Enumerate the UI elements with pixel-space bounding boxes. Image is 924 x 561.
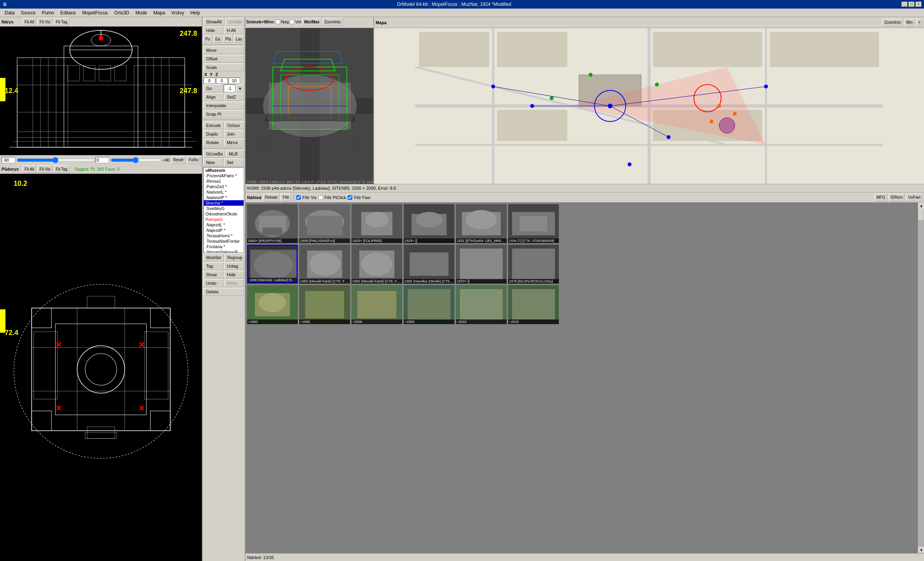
setz-button[interactable]: SetZ bbox=[224, 93, 244, 101]
align-button[interactable]: Align bbox=[203, 93, 223, 101]
close-button[interactable]: × bbox=[915, 2, 922, 7]
z-input[interactable] bbox=[228, 78, 240, 84]
photo-viewer[interactable]: fH399 • 259.8 x 655.2 V: 394.7 Oi: 116.8… bbox=[246, 28, 374, 184]
layer-item-5[interactable]: .NadvoriP * bbox=[204, 195, 244, 200]
grlineba-button[interactable]: GrLineBa bbox=[203, 150, 225, 158]
layer-item-13[interactable]: .TerasaNadFontar bbox=[204, 238, 244, 244]
scrollbar-thumb[interactable] bbox=[919, 209, 924, 221]
filtr-vis-checkbox[interactable] bbox=[296, 195, 301, 200]
mapa-mm[interactable]: Mm bbox=[904, 19, 915, 26]
menu-help[interactable]: Help bbox=[187, 9, 203, 16]
pudorys-fit-tag[interactable]: Fit Tag bbox=[54, 165, 69, 173]
pudorys-canvas[interactable]: 10.2 72.4 bbox=[0, 174, 202, 561]
join-button[interactable]: Join bbox=[224, 130, 244, 138]
snappt-button[interactable]: Snap Pt bbox=[203, 110, 244, 118]
thumbnail-14[interactable]: ~2000 bbox=[352, 285, 402, 324]
menu-mode[interactable]: Mode bbox=[133, 9, 150, 16]
regroup-button[interactable]: Regroup bbox=[224, 254, 245, 261]
mapa-zoominto[interactable]: ZoomInto bbox=[882, 19, 903, 26]
filtr-ptclick-checkbox[interactable] bbox=[318, 195, 323, 200]
move-button[interactable]: Move bbox=[203, 46, 244, 54]
rotation-foro[interactable]: FoRo bbox=[187, 156, 200, 164]
y-input[interactable] bbox=[216, 78, 228, 84]
menu-mopetfocus[interactable]: MopetFocus bbox=[79, 9, 111, 16]
thumbnail-16[interactable]: ~2010 bbox=[456, 285, 507, 324]
thumbnail-9[interactable]: 1965 (Havelka Zdeněk) [CTK: F201 bbox=[404, 245, 454, 284]
mapa-close[interactable]: × bbox=[916, 19, 922, 26]
rotation-center-input[interactable] bbox=[95, 157, 109, 163]
rotation-slider2[interactable] bbox=[111, 157, 161, 163]
virt-checkbox[interactable] bbox=[290, 19, 294, 24]
thumbnail-6[interactable]: 1938 [Sitenský, Ladislav] [SITEN] bbox=[247, 245, 298, 284]
thumbnail-8[interactable]: 1965 (Mevald Karel) [CTK: F20100 bbox=[352, 245, 402, 284]
rotation-reset[interactable]: Reset bbox=[171, 156, 185, 164]
x-input[interactable] bbox=[203, 78, 215, 84]
layer-item-3[interactable]: .Patro2a3 * bbox=[204, 184, 244, 189]
mirror-button[interactable]: Mirror bbox=[224, 139, 244, 146]
pudorys-fit-all[interactable]: Fit All bbox=[23, 165, 36, 173]
hide-button2[interactable]: Hide bbox=[224, 271, 244, 279]
thumbnail-0[interactable]: 1900+ [KROPPVY08] bbox=[247, 204, 298, 243]
thumbnail-15[interactable]: ~2005 bbox=[404, 285, 454, 324]
layer-item-9[interactable]: RampaG bbox=[204, 217, 244, 222]
layer-item-8[interactable]: OdvodneniOkolo bbox=[204, 211, 244, 217]
menu-source[interactable]: Source bbox=[18, 9, 39, 16]
thumbnail-13[interactable]: ~1995 bbox=[299, 285, 350, 324]
unfavi-button[interactable]: UnFavi bbox=[906, 194, 922, 201]
thumbnail-10[interactable]: 1970+ [] bbox=[456, 245, 507, 284]
tab-ea[interactable]: Ea bbox=[213, 35, 222, 43]
delete-button[interactable]: Delete bbox=[203, 288, 244, 296]
menu-pumo[interactable]: Pumo bbox=[39, 9, 57, 16]
menu-orto3d[interactable]: Orto3D bbox=[111, 9, 133, 16]
layer-item-14[interactable]: .Fontana * bbox=[204, 244, 244, 249]
thumbnail-7[interactable]: 1965 (Mevald Karel) [CTK: F20100 bbox=[299, 245, 350, 284]
layer-item-1[interactable]: .PrizemlAPatro * bbox=[204, 173, 244, 178]
scrollbar-track[interactable] bbox=[918, 209, 924, 547]
layer-item-10[interactable]: .NajezdL * bbox=[204, 222, 244, 228]
workset-button[interactable]: WorkSet bbox=[203, 254, 224, 261]
thumbnail-17[interactable]: ~2015 bbox=[508, 285, 559, 324]
pudorys-fit-vis[interactable]: Fit Vis bbox=[37, 165, 52, 173]
filtr-favi-checkbox[interactable] bbox=[348, 195, 352, 200]
menu-data[interactable]: Data bbox=[2, 9, 18, 16]
filtr-button[interactable]: Filtr bbox=[281, 194, 291, 201]
reload-button[interactable]: Reload bbox=[263, 194, 279, 201]
minmax-button[interactable]: Min/Max bbox=[302, 18, 321, 26]
narys-fit-tag[interactable]: Fit Tag bbox=[54, 18, 69, 26]
narys-fit-vis[interactable]: Fit Vis bbox=[37, 18, 52, 26]
layer-item-6[interactable]: Strecha * bbox=[204, 200, 244, 206]
layer-item-15[interactable]: .StozarVlajkovyP bbox=[204, 249, 244, 253]
set-button[interactable]: Set bbox=[224, 159, 244, 166]
layer-item-12[interactable]: .TerasaHorni * bbox=[204, 233, 244, 238]
go-arrow[interactable]: ▼ bbox=[236, 85, 244, 92]
untag-button[interactable]: Untag bbox=[224, 262, 244, 270]
rotation-slider[interactable] bbox=[17, 157, 94, 163]
map-viewer[interactable] bbox=[374, 28, 924, 184]
hall-button[interactable]: H All bbox=[224, 26, 244, 34]
layer-item-7[interactable]: .SvetlikyG bbox=[204, 206, 244, 211]
menu-editace[interactable]: Editace bbox=[57, 9, 79, 16]
go-value[interactable] bbox=[224, 85, 235, 92]
undo-button[interactable]: Undo bbox=[203, 279, 223, 287]
idrem-button[interactable]: IDRem bbox=[889, 194, 905, 201]
zoominto-button[interactable]: ZoomInto bbox=[322, 18, 343, 26]
interpolate-button[interactable]: Interpolate bbox=[203, 102, 244, 109]
tab-pfa[interactable]: Pfa bbox=[223, 35, 233, 43]
gallery-scroll[interactable]: 1900+ [KROPPVY08] 1909 [PHILASHOP.cz] 19… bbox=[246, 203, 918, 553]
thumbnail-12[interactable]: ~1990 bbox=[247, 285, 298, 324]
tab-ps[interactable]: Ps bbox=[203, 35, 212, 43]
layer-item-2[interactable]: .Rimsa1 bbox=[204, 178, 244, 184]
minimize-button[interactable]: _ bbox=[901, 2, 908, 7]
layer-listbox[interactable]: uMuzeum .PrizemlAPatro * .Rimsa1 .Patro2… bbox=[203, 167, 244, 253]
extrude-button[interactable]: Extrude bbox=[203, 122, 224, 129]
hide-button[interactable]: Hide bbox=[203, 26, 223, 34]
thumbnail-4[interactable]: 1931 [ETHZurich: LBS_MH01-006] bbox=[456, 204, 507, 243]
rotate-button[interactable]: Rotate bbox=[203, 139, 223, 146]
show-button[interactable]: Show bbox=[203, 271, 223, 279]
tab-las[interactable]: Las bbox=[234, 35, 244, 43]
menu-vrstvy[interactable]: Vrstvy bbox=[168, 9, 187, 16]
new-button[interactable]: New bbox=[203, 159, 223, 166]
unhide-button[interactable]: UnHide bbox=[225, 18, 245, 26]
redo-button[interactable]: Redo bbox=[224, 279, 244, 287]
offset-button[interactable]: Offset bbox=[203, 55, 244, 63]
